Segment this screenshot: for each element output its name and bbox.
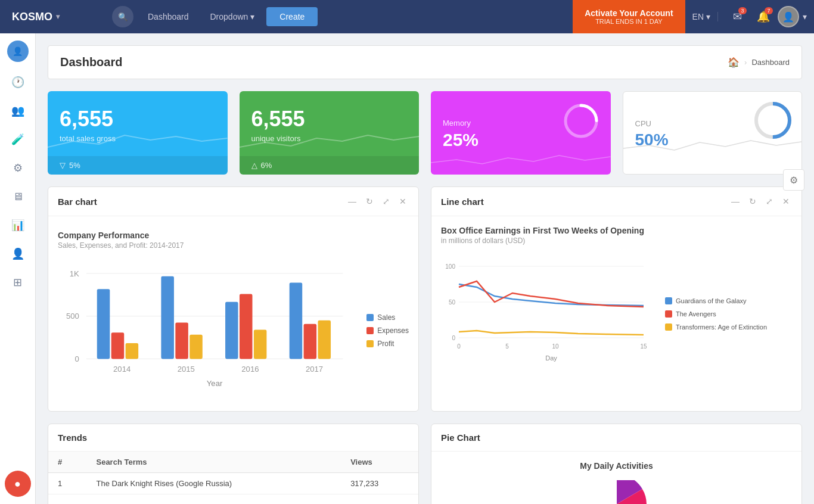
svg-text:15: 15 bbox=[640, 343, 647, 350]
bar-chart-subtitle: Sales, Expenses, and Profit: 2014-2017 bbox=[58, 241, 409, 250]
total-sales-value: 6,555 bbox=[60, 107, 216, 132]
row-term: The Dark Knight Rises (Google Russia) bbox=[86, 473, 341, 494]
chart-body: Box Office Earnings in First Two Weeks o… bbox=[431, 216, 801, 383]
svg-text:10: 10 bbox=[552, 343, 559, 350]
chart-header: Bar chart — ↻ ⤢ ✕ bbox=[48, 187, 418, 216]
legend-expenses: Expenses bbox=[366, 326, 409, 335]
sidebar-item-grid[interactable]: ⊞ bbox=[5, 269, 31, 295]
stat-card-memory: Memory 25% bbox=[431, 91, 611, 175]
language-selector[interactable]: EN ▾ bbox=[685, 12, 718, 21]
nav-dropdown[interactable]: Dropdown ▾ bbox=[201, 0, 265, 33]
brand-logo[interactable]: KOSMO ▾ bbox=[0, 11, 107, 23]
legend-expenses-dot bbox=[366, 327, 374, 334]
avatar-image: 👤 bbox=[782, 11, 794, 23]
legend-sales: Sales bbox=[366, 313, 409, 322]
svg-text:5: 5 bbox=[505, 343, 509, 350]
monitor-icon: 🖥 bbox=[13, 191, 23, 203]
bar-chart-card: Bar chart — ↻ ⤢ ✕ Company Performance Sa… bbox=[48, 186, 419, 412]
legend-transformers: Transformers: Age of Extinction bbox=[665, 323, 767, 331]
legend-transformers-dot bbox=[665, 323, 672, 331]
svg-text:2014: 2014 bbox=[113, 365, 131, 374]
bar-chart-main-title: Company Performance bbox=[58, 231, 409, 240]
sidebar-item-accent[interactable]: ● bbox=[5, 471, 31, 497]
brand-chevron-icon: ▾ bbox=[56, 13, 60, 21]
trend-down-icon: ▽ bbox=[60, 161, 66, 170]
chart-body: Company Performance Sales, Expenses, and… bbox=[48, 216, 418, 411]
sidebar-avatar[interactable]: 👤 bbox=[7, 41, 29, 62]
trends-title: Trends bbox=[58, 433, 87, 443]
pie-chart-title: Pie Chart bbox=[441, 433, 480, 443]
refresh-icon[interactable]: ↻ bbox=[747, 195, 759, 207]
legend-avengers: The Avengers bbox=[665, 310, 767, 318]
nav-dashboard[interactable]: Dashboard bbox=[138, 0, 198, 33]
bar-chart-container: Company Performance Sales, Expenses, and… bbox=[58, 226, 409, 402]
activate-account-banner[interactable]: Activate Your Account TRIAL ENDS IN 1 DA… bbox=[573, 0, 685, 33]
table-row: 1 The Dark Knight Rises (Google Russia) … bbox=[48, 473, 418, 494]
sidebar-item-chart[interactable]: 📊 bbox=[5, 212, 31, 238]
legend-guardians: Guardians of the Galaxy bbox=[665, 297, 767, 304]
svg-text:2017: 2017 bbox=[306, 365, 323, 374]
sidebar-item-clock[interactable]: 🕐 bbox=[5, 69, 31, 95]
line-chart-area: 100 50 0 0 5 10 15 Day bbox=[441, 254, 792, 374]
sidebar-item-flask[interactable]: 🧪 bbox=[5, 126, 31, 153]
legend-profit: Profit bbox=[366, 340, 409, 348]
home-icon[interactable]: 🏠 bbox=[728, 57, 740, 68]
page-header: Dashboard 🏠 › Dashboard bbox=[48, 45, 802, 79]
clock-icon: 🕐 bbox=[11, 76, 24, 89]
col-views: Views bbox=[341, 452, 418, 473]
sidebar-item-users[interactable]: 👥 bbox=[5, 98, 31, 124]
expand-icon[interactable]: ⤢ bbox=[380, 195, 392, 207]
grid-icon: ⊞ bbox=[13, 276, 22, 289]
user-avatar[interactable]: 👤 bbox=[778, 6, 799, 27]
chart-actions: — ↻ ⤢ ✕ bbox=[729, 195, 792, 207]
expand-icon[interactable]: ⤢ bbox=[763, 195, 775, 207]
trends-table: # Search Terms Views 1 The Dark Knight R… bbox=[48, 452, 418, 494]
svg-rect-11 bbox=[111, 332, 125, 359]
legend-avengers-dot bbox=[665, 310, 672, 318]
sidebar-item-sliders[interactable]: ⚙ bbox=[5, 155, 31, 181]
svg-text:500: 500 bbox=[66, 312, 79, 321]
alerts-button[interactable]: 🔔 7 bbox=[751, 5, 775, 29]
svg-text:Day: Day bbox=[545, 354, 557, 362]
search-button[interactable]: 🔍 bbox=[112, 6, 133, 27]
notifications-button[interactable]: ✉ 3 bbox=[725, 5, 749, 29]
close-icon[interactable]: ✕ bbox=[397, 195, 409, 207]
trends-header: Trends bbox=[48, 424, 418, 452]
top-navigation: KOSMO ▾ 🔍 Dashboard Dropdown ▾ Create Ac… bbox=[0, 0, 814, 33]
trend-up-icon: △ bbox=[251, 161, 257, 170]
dropdown-chevron-icon: ▾ bbox=[250, 12, 254, 21]
stat-card-footer: △ 6% bbox=[240, 156, 420, 175]
sidebar-item-monitor[interactable]: 🖥 bbox=[5, 183, 31, 210]
refresh-icon[interactable]: ↻ bbox=[363, 195, 375, 207]
row-num: 1 bbox=[48, 473, 86, 494]
settings-icon[interactable]: ⚙ bbox=[783, 169, 804, 191]
chart-icon: 📊 bbox=[11, 219, 24, 232]
legend-guardians-dot bbox=[665, 297, 672, 304]
svg-rect-18 bbox=[254, 329, 267, 359]
svg-rect-14 bbox=[175, 322, 188, 359]
svg-text:0: 0 bbox=[457, 343, 461, 350]
bottom-row: Trends # Search Terms Views 1 The Dark K… bbox=[48, 424, 802, 504]
line-chart-svg: 100 50 0 0 5 10 15 Day bbox=[441, 254, 655, 374]
accent-icon: ● bbox=[14, 478, 21, 490]
create-button[interactable]: Create bbox=[266, 7, 318, 26]
sidebar-item-user[interactable]: 👤 bbox=[5, 241, 31, 267]
breadcrumb-separator: › bbox=[744, 58, 747, 67]
stat-card-total-sales: 6,555 total sales gross ▽ 5% bbox=[48, 91, 228, 175]
sidebar: 👤 🕐 👥 🧪 ⚙ 🖥 📊 👤 ⊞ ● bbox=[0, 33, 36, 504]
line-chart-title: Line chart bbox=[441, 197, 484, 207]
line-chart-main-title: Box Office Earnings in First Two Weeks o… bbox=[441, 226, 792, 235]
user-icon: 👤 bbox=[11, 247, 24, 260]
minimize-icon[interactable]: — bbox=[729, 195, 742, 207]
pie-chart-card: Pie Chart My Daily Activities bbox=[431, 424, 802, 504]
flask-icon: 🧪 bbox=[11, 133, 24, 146]
stat-cards: 6,555 total sales gross ▽ 5% 6,555 uniqu… bbox=[48, 91, 802, 175]
trend-pct: 6% bbox=[261, 161, 272, 170]
line-legend: Guardians of the Galaxy The Avengers Tra… bbox=[655, 254, 767, 374]
close-icon[interactable]: ✕ bbox=[780, 195, 792, 207]
svg-text:1K: 1K bbox=[70, 269, 79, 278]
bar-chart-area: 1K 500 0 bbox=[58, 259, 409, 402]
svg-text:0: 0 bbox=[452, 335, 455, 341]
minimize-icon[interactable]: — bbox=[346, 195, 359, 207]
svg-text:Year: Year bbox=[207, 379, 223, 388]
